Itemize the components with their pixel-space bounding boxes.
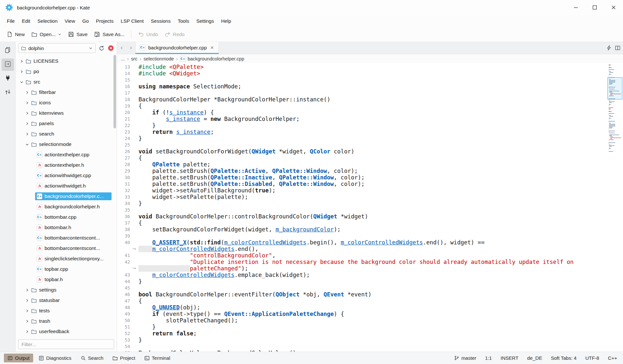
code-line[interactable]: 46bool BackgroundColorHelper::eventFilte… [117,291,623,298]
code-line[interactable]: 41 "controlBackgroundColor", [117,252,623,259]
tab-next-button[interactable] [126,42,135,54]
tree-item[interactable]: icons [16,98,117,108]
code-line[interactable]: 39 [117,233,623,239]
breadcrumb-item[interactable]: C+backgroundcolorhelper.cpp [180,56,244,62]
close-project-button[interactable] [108,45,114,51]
menu-item-file[interactable]: File [3,16,18,26]
tree-item[interactable]: hbottombarcontentscont... [16,243,117,254]
tree-item[interactable]: hbottombar.h [16,222,117,233]
code-line[interactable]: 35 [117,207,623,213]
tree-item[interactable]: hbackgroundcolorhelper.h [16,202,117,212]
code-line[interactable]: 40 Q_ASSERT_X(std::find(m_colorControlle… [117,239,623,246]
code-line[interactable]: 13#include <QPalette> [117,64,623,70]
tree-item[interactable]: tests [16,306,117,316]
code-line[interactable]: 32 widget->setAutoFillBackground(true); [117,187,623,194]
tree-item[interactable]: htopbar.h [16,274,117,285]
tree-item[interactable]: C+bottombarcontentscont... [16,233,117,243]
tab-close-icon[interactable]: × [210,45,214,50]
menu-item-edit[interactable]: Edit [18,16,34,26]
minimap-viewport[interactable] [607,77,622,99]
statusbar-dictionary[interactable]: de_DE [527,355,542,361]
code-view[interactable]: 13#include <QPalette>14#include <QWidget… [117,63,623,352]
code-line[interactable]: 28 QPalette palette; [117,161,623,168]
code-line[interactable]: 49 if (event->type() == QEvent::Applicat… [117,311,623,317]
filter-input[interactable] [18,339,114,349]
tree-item[interactable]: kitemviews [16,108,117,118]
code-line[interactable]: 38 setBackgroundColorForWidget(widget, m… [117,226,623,233]
open-button[interactable]: Open... [28,29,65,40]
code-line[interactable]: 34} [117,200,623,207]
statusbar-highlight-mode[interactable]: C++ [608,355,617,361]
code-line[interactable]: 26void setBackgroundColorForWidget(QWidg… [117,148,623,155]
code-line[interactable]: ↪paletteChanged"); [117,265,623,272]
tree-item[interactable]: statusbar [16,295,117,306]
tree-scrollbar[interactable] [113,55,116,128]
statusbar-encoding[interactable]: UTF-8 [585,355,599,361]
tree-item[interactable]: hactionwithwidget.h [16,181,117,191]
quick-open-button[interactable] [606,45,612,51]
tree-item[interactable]: hactiontexthelper.h [16,160,117,170]
statusbar-cursor-position[interactable]: 1:1 [485,355,492,361]
redo-button[interactable]: Redo [161,29,188,40]
code-line[interactable]: 42 "Duplicate insertion is not necessary… [117,259,623,265]
code-line[interactable]: 47{ [117,298,623,304]
tree-item[interactable]: src [16,77,117,87]
code-line[interactable]: 36void BackgroundColorHelper::controlBac… [117,213,623,220]
tree-item[interactable]: search [16,129,117,139]
tab-backgroundcolorhelper[interactable]: C+ backgroundcolorhelper.cpp × [135,42,219,54]
code-line[interactable]: 18BackgroundColorHelper *BackgroundColor… [117,96,623,103]
project-tool-button[interactable] [2,58,14,71]
tree-item[interactable]: userfeedback [16,326,117,337]
compare-tool-button[interactable] [2,86,14,99]
save-button[interactable]: Save [65,29,91,40]
tree-item[interactable]: C+actionwithwidget.cpp [16,170,117,181]
code-line[interactable]: 53} [117,337,623,343]
menu-item-go[interactable]: Go [79,16,92,26]
menu-item-help[interactable]: Help [218,16,235,26]
code-line[interactable]: 44} [117,278,623,285]
close-button[interactable] [604,0,623,15]
code-line[interactable]: 43 m_colorControlledWidgets.emplace_back… [117,272,623,278]
code-line[interactable]: 50 slotPaletteChanged(); [117,317,623,324]
code-line[interactable]: 29 palette.setBrush(QPalette::Active, QP… [117,168,623,174]
split-view-button[interactable] [615,45,620,51]
code-line[interactable]: 27{ [117,155,623,161]
code-line[interactable]: 54 [117,343,623,350]
code-line[interactable]: ↪m_colorControlledWidgets.end(), [117,246,623,252]
menu-item-lsp-client[interactable]: LSP Client [117,16,147,26]
code-line[interactable]: 16using namespace SelectionMode; [117,83,623,90]
statusbar-output-button[interactable]: Output [4,354,33,362]
menu-item-sessions[interactable]: Sessions [147,16,174,26]
statusbar-diagnostics-button[interactable]: Diagnostics [35,354,75,362]
save-as-button[interactable]: Save As... [91,29,128,40]
statusbar-git-branch[interactable]: master [454,355,476,361]
tree-item[interactable]: LICENSES [16,56,117,66]
tree-item[interactable]: C+bottombar.cpp [16,212,117,222]
project-selector[interactable]: dolphin [18,43,96,53]
menu-item-settings[interactable]: Settings [193,16,218,26]
tab-prev-button[interactable] [117,42,126,54]
menu-item-view[interactable]: View [61,16,79,26]
tree-item[interactable]: filterbar [16,87,117,98]
reload-project-button[interactable] [99,45,105,51]
code-line[interactable]: 14#include <QWidget> [117,70,623,77]
menu-item-tools[interactable]: Tools [174,16,193,26]
code-line[interactable]: 33 widget->setPalette(palette); [117,194,623,200]
minimap[interactable] [609,64,621,152]
code-line[interactable]: 48 Q_UNUSED(obj); [117,304,623,311]
minimize-button[interactable] [566,0,585,15]
code-line[interactable]: 17 [117,90,623,96]
tree-item[interactable]: panels [16,118,117,129]
maximize-button[interactable] [585,0,604,15]
code-line[interactable]: 24} [117,135,623,142]
new-button[interactable]: New [3,29,28,40]
code-line[interactable]: 45 [117,285,623,291]
statusbar-tab-settings[interactable]: Soft Tabs: 4 [551,355,577,361]
tree-item[interactable]: po [16,66,117,77]
tree-item[interactable]: C+topbar.cpp [16,264,117,274]
code-line[interactable]: 15 [117,77,623,83]
statusbar-terminal-button[interactable]: Terminal [141,354,174,362]
code-line[interactable]: 37{ [117,220,623,226]
code-line[interactable]: 19{ [117,103,623,109]
tree-item[interactable]: trash [16,316,117,326]
